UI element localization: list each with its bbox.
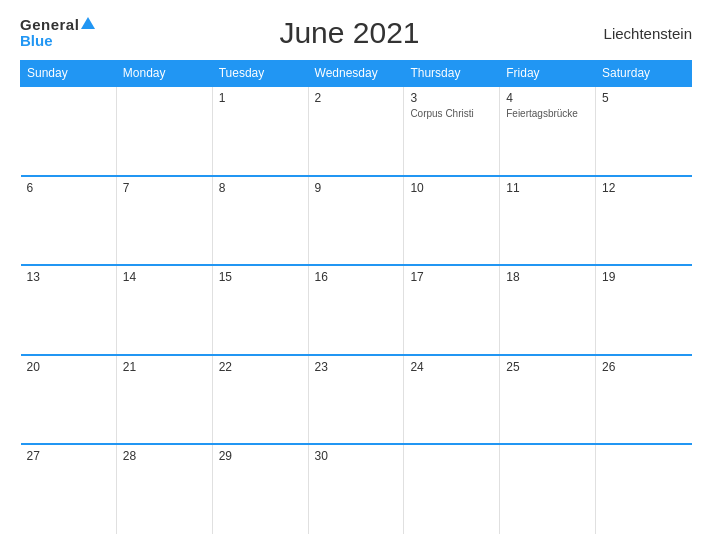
weekday-header-wednesday: Wednesday: [308, 61, 404, 87]
calendar-cell-w4-d1: 21: [116, 355, 212, 445]
holiday-label: Feiertagsbrücke: [506, 107, 589, 120]
calendar-cell-w2-d1: 7: [116, 176, 212, 266]
weekday-header-tuesday: Tuesday: [212, 61, 308, 87]
calendar-cell-w1-d3: 2: [308, 86, 404, 176]
calendar-cell-w3-d4: 17: [404, 265, 500, 355]
calendar-cell-w1-d2: 1: [212, 86, 308, 176]
calendar-week-3: 13141516171819: [21, 265, 692, 355]
calendar-cell-w5-d5: [500, 444, 596, 534]
weekday-header-thursday: Thursday: [404, 61, 500, 87]
day-number: 29: [219, 449, 302, 463]
weekday-header-monday: Monday: [116, 61, 212, 87]
weekday-header-sunday: Sunday: [21, 61, 117, 87]
day-number: 16: [315, 270, 398, 284]
day-number: 24: [410, 360, 493, 374]
day-number: 19: [602, 270, 685, 284]
weekday-header-friday: Friday: [500, 61, 596, 87]
logo-triangle-icon: [81, 17, 95, 29]
calendar-week-1: 123Corpus Christi4Feiertagsbrücke5: [21, 86, 692, 176]
calendar-cell-w5-d0: 27: [21, 444, 117, 534]
calendar-cell-w5-d6: [596, 444, 692, 534]
calendar-title: June 2021: [279, 16, 419, 50]
day-number: 2: [315, 91, 398, 105]
calendar-cell-w4-d0: 20: [21, 355, 117, 445]
logo: General Blue: [20, 17, 95, 50]
day-number: 1: [219, 91, 302, 105]
calendar-cell-w2-d6: 12: [596, 176, 692, 266]
day-number: 8: [219, 181, 302, 195]
calendar-cell-w4-d4: 24: [404, 355, 500, 445]
calendar-cell-w2-d5: 11: [500, 176, 596, 266]
calendar-cell-w1-d4: 3Corpus Christi: [404, 86, 500, 176]
calendar-cell-w4-d5: 25: [500, 355, 596, 445]
day-number: 12: [602, 181, 685, 195]
day-number: 14: [123, 270, 206, 284]
calendar-week-5: 27282930: [21, 444, 692, 534]
calendar-cell-w3-d6: 19: [596, 265, 692, 355]
day-number: 30: [315, 449, 398, 463]
day-number: 15: [219, 270, 302, 284]
calendar-cell-w2-d2: 8: [212, 176, 308, 266]
calendar-cell-w3-d1: 14: [116, 265, 212, 355]
day-number: 28: [123, 449, 206, 463]
logo-blue-text: Blue: [20, 33, 53, 50]
holiday-label: Corpus Christi: [410, 107, 493, 120]
logo-general-text: General: [20, 17, 79, 34]
calendar-cell-w5-d1: 28: [116, 444, 212, 534]
calendar-cell-w4-d2: 22: [212, 355, 308, 445]
day-number: 27: [27, 449, 110, 463]
day-number: 17: [410, 270, 493, 284]
calendar-cell-w3-d5: 18: [500, 265, 596, 355]
day-number: 18: [506, 270, 589, 284]
calendar-cell-w2-d3: 9: [308, 176, 404, 266]
day-number: 4: [506, 91, 589, 105]
day-number: 10: [410, 181, 493, 195]
day-number: 25: [506, 360, 589, 374]
calendar-cell-w4-d3: 23: [308, 355, 404, 445]
calendar-cell-w2-d4: 10: [404, 176, 500, 266]
day-number: 7: [123, 181, 206, 195]
day-number: 6: [27, 181, 110, 195]
weekday-header-row: SundayMondayTuesdayWednesdayThursdayFrid…: [21, 61, 692, 87]
calendar-cell-w3-d0: 13: [21, 265, 117, 355]
calendar-cell-w2-d0: 6: [21, 176, 117, 266]
country-name: Liechtenstein: [604, 25, 692, 42]
calendar-cell-w5-d4: [404, 444, 500, 534]
calendar-cell-w3-d3: 16: [308, 265, 404, 355]
day-number: 23: [315, 360, 398, 374]
calendar-cell-w4-d6: 26: [596, 355, 692, 445]
day-number: 26: [602, 360, 685, 374]
day-number: 21: [123, 360, 206, 374]
day-number: 9: [315, 181, 398, 195]
page-header: General Blue June 2021 Liechtenstein: [20, 16, 692, 50]
weekday-header-saturday: Saturday: [596, 61, 692, 87]
calendar-week-2: 6789101112: [21, 176, 692, 266]
day-number: 5: [602, 91, 685, 105]
calendar-cell-w1-d0: [21, 86, 117, 176]
day-number: 13: [27, 270, 110, 284]
calendar-cell-w5-d2: 29: [212, 444, 308, 534]
calendar-cell-w1-d1: [116, 86, 212, 176]
day-number: 22: [219, 360, 302, 374]
day-number: 11: [506, 181, 589, 195]
calendar-cell-w1-d5: 4Feiertagsbrücke: [500, 86, 596, 176]
calendar-cell-w3-d2: 15: [212, 265, 308, 355]
day-number: 20: [27, 360, 110, 374]
calendar-week-4: 20212223242526: [21, 355, 692, 445]
day-number: 3: [410, 91, 493, 105]
calendar-cell-w5-d3: 30: [308, 444, 404, 534]
calendar-table: SundayMondayTuesdayWednesdayThursdayFrid…: [20, 60, 692, 534]
calendar-cell-w1-d6: 5: [596, 86, 692, 176]
